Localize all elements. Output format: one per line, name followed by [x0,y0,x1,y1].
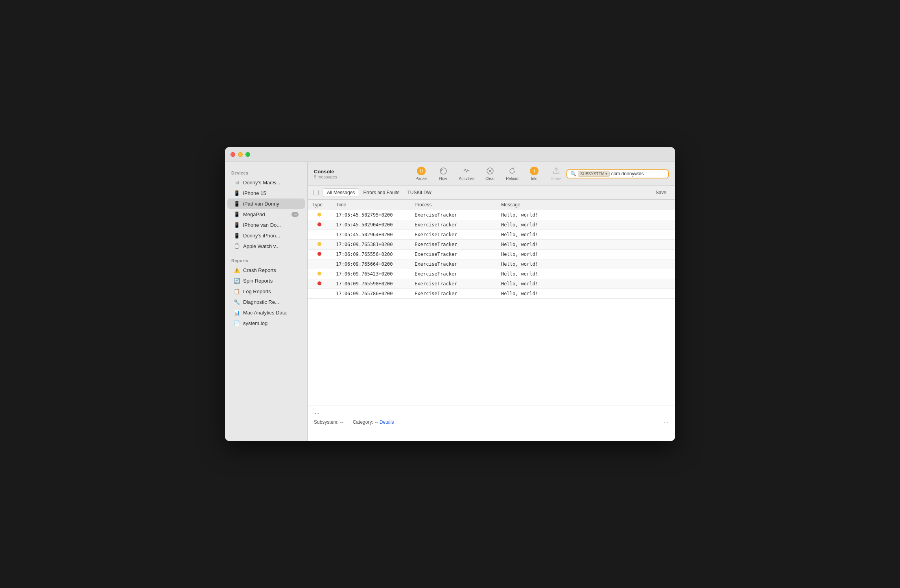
subsystem-chevron-icon: ▾ [605,172,607,176]
col-message: Message [496,200,675,210]
search-box: 🔍 SUBSYSTEM ▾ [566,169,669,178]
cell-process: ExerciseTracker [410,220,496,230]
cell-time: 17:05:45.502964+0200 [331,230,410,240]
yellow-dot-icon [317,272,321,276]
sidebar-item-label: iPhone van Do... [243,222,281,228]
console-title: Console [314,169,337,175]
table-row[interactable]: 17:06:09.765423+0200 ExerciseTracker Hel… [308,269,675,279]
activities-button[interactable]: Activities [455,165,478,182]
subsystem-tag[interactable]: SUBSYSTEM ▾ [578,171,610,177]
cell-time: 17:06:09.765381+0200 [331,240,410,250]
sidebar-item-iphone15[interactable]: 📱 iPhone 15 [227,188,305,198]
laptop-icon: 🖥 [234,179,240,186]
table-header-row: Type Time Process Message [308,200,675,210]
cell-process: ExerciseTracker [410,240,496,250]
table-row[interactable]: 17:06:09.765598+0200 ExerciseTracker Hel… [308,279,675,289]
reload-label: Reload [506,176,518,181]
category-meta-value: -- [375,419,378,425]
sidebar-item-diagnostic[interactable]: 🔧 Diagnostic Re... [227,297,305,307]
details-link[interactable]: Details [380,419,394,425]
sidebar-item-spin[interactable]: 🔄 Spin Reports [227,276,305,286]
table-row[interactable]: 17:05:45.502795+0200 ExerciseTracker Hel… [308,210,675,220]
table-row[interactable]: 17:06:09.765381+0200 ExerciseTracker Hel… [308,240,675,250]
activities-icon [462,167,471,175]
share-label: Share [551,176,562,181]
sidebar-item-log[interactable]: 📋 Log Reports [227,286,305,296]
sidebar-item-ipad[interactable]: 📱 iPad van Donny [227,198,305,209]
tablet-icon: 📱 [234,211,240,217]
red-dot-icon [317,222,321,226]
sidebar-item-donnys-iphone[interactable]: 📱 Donny's iPhon... [227,230,305,241]
table-row[interactable]: 17:05:45.502904+0200 ExerciseTracker Hel… [308,220,675,230]
table-row[interactable]: 17:06:09.765556+0200 ExerciseTracker Hel… [308,250,675,259]
clear-icon [486,167,494,175]
filter-checkbox[interactable] [313,190,319,195]
cell-process: ExerciseTracker [410,269,496,279]
red-dot-icon [317,252,321,256]
table-row[interactable]: 17:06:09.765786+0200 ExerciseTracker Hel… [308,289,675,299]
tuskit-dw-filter[interactable]: TUSKit DW: [403,189,436,197]
diag-icon: 🔧 [234,299,240,305]
traffic-lights [231,152,250,157]
watch-icon: ⌚ [234,243,240,249]
cell-time: 17:05:45.502795+0200 [331,210,410,220]
share-button[interactable]: Share [546,165,566,182]
now-label: Now [439,176,447,181]
sidebar-item-crash[interactable]: ⚠️ Crash Reports [227,265,305,275]
detail-dash: -- [314,411,669,416]
log-icon: 📋 [234,288,240,294]
pause-icon: ⏸ [417,167,426,175]
now-button[interactable]: Now [433,165,454,182]
sidebar-item-label: Crash Reports [243,267,276,273]
cell-time: 17:06:09.765423+0200 [331,269,410,279]
cell-type [308,289,331,299]
all-messages-filter[interactable]: All Messages [323,188,359,197]
cell-time: 17:06:09.765598+0200 [331,279,410,289]
fullscreen-button[interactable] [245,152,250,157]
sidebar-item-label: Diagnostic Re... [243,299,279,305]
save-button[interactable]: Save [653,189,669,197]
errors-faults-filter[interactable]: Errors and Faults [359,189,403,197]
cell-type [308,250,331,259]
pause-button[interactable]: ⏸ Pause [411,165,432,182]
log-table-container: Type Time Process Message 17:05:45.50279… [308,200,675,406]
detail-panel: -- Subsystem: -- Category: -- Details -- [308,406,675,441]
minimize-button[interactable] [238,152,243,157]
sidebar-item-macbook[interactable]: 🖥 Donny's MacB... [227,177,305,187]
sidebar-item-label: Apple Watch v... [243,243,280,249]
sidebar-item-systemlog[interactable]: 📄 system.log [227,318,305,328]
table-row[interactable]: 17:06:09.765664+0200 ExerciseTracker Hel… [308,259,675,269]
info-icon: i [530,167,539,175]
warning-icon: ⚠️ [234,267,240,273]
sidebar-item-apple-watch[interactable]: ⌚ Apple Watch v... [227,241,305,251]
close-button[interactable] [231,152,235,157]
cell-message: Hello, world! [496,210,675,220]
activities-label: Activities [459,176,474,181]
empty-dot [317,232,321,236]
cell-type [308,259,331,269]
sidebar-item-analytics[interactable]: 📊 Mac Analytics Data [227,307,305,318]
phone-icon: 📱 [234,232,240,239]
cell-process: ExerciseTracker [410,230,496,240]
toolbar-buttons: ⏸ Pause Now [411,165,566,182]
sidebar-item-iphone-van[interactable]: 📱 iPhone van Do... [227,220,305,230]
category-meta-label: Category: [353,419,373,425]
yellow-dot-icon [317,242,321,246]
sidebar: Devices 🖥 Donny's MacB... 📱 iPhone 15 📱 … [225,162,308,441]
cell-message: Hello, world! [496,269,675,279]
sidebar-item-megapad[interactable]: 📱 MegaPad ⇢ [227,209,305,219]
sidebar-item-label: iPad van Donny [243,201,279,207]
cell-type [308,279,331,289]
megapad-badge: ⇢ [291,212,299,217]
cell-message: Hello, world! [496,259,675,269]
search-icon: 🔍 [570,171,576,176]
info-button[interactable]: i Info [524,165,544,182]
table-row[interactable]: 17:05:45.502964+0200 ExerciseTracker Hel… [308,230,675,240]
search-input[interactable] [611,171,665,176]
subsystem-meta-value: -- [340,419,343,425]
analytics-icon: 📊 [234,309,240,316]
filter-bar: All Messages Errors and Faults TUSKit DW… [308,186,675,200]
cell-process: ExerciseTracker [410,289,496,299]
reload-button[interactable]: Reload [502,165,522,182]
clear-button[interactable]: Clear [480,165,500,182]
